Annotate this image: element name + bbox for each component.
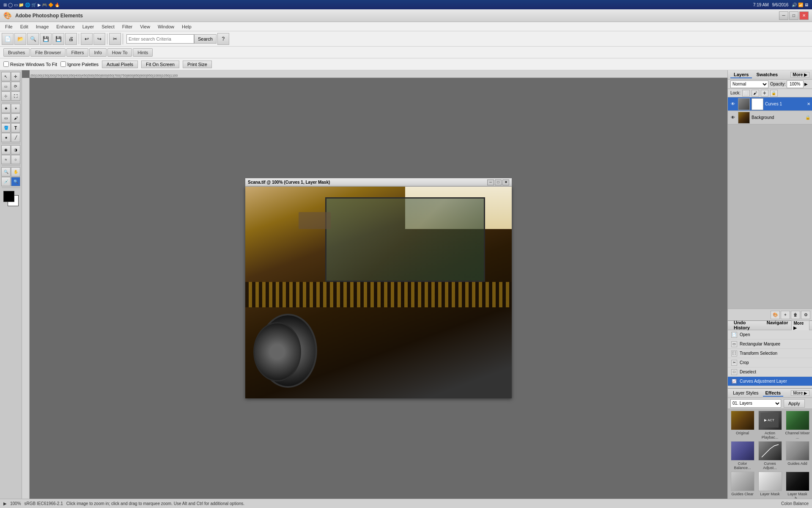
help-button[interactable]: ? [217,33,229,45]
tab-layer-styles[interactable]: Layer Styles [730,390,761,397]
menu-layer[interactable]: Layer [79,23,98,30]
print-size-button[interactable]: Print Size [183,61,212,68]
history-deselect[interactable]: □ Deselect [728,367,812,377]
menu-window[interactable]: Window [154,23,178,30]
tab-undo-history[interactable]: Undo History [730,320,763,331]
effect-guides-add[interactable]: Guides Add [785,441,810,470]
tool-clone[interactable]: ⌖ [11,104,20,113]
tool-zoom[interactable]: 🔍 [1,167,11,177]
tool-line[interactable]: ╱ [11,133,20,142]
tool-brush[interactable]: 🖌 [11,113,20,123]
tool-eraser[interactable]: ▭ [1,113,11,123]
effect-curves-adjust[interactable]: Curves Adjust... [757,441,783,470]
doc-minimize[interactable]: ─ [487,179,494,185]
menu-view[interactable]: View [137,23,154,30]
menu-file[interactable]: File [2,23,16,30]
maximize-button[interactable]: □ [789,11,798,20]
menu-filter[interactable]: Filter [119,23,136,30]
tool-custom-shape[interactable]: ★ [1,133,11,142]
menu-select[interactable]: Select [98,23,118,30]
menu-enhance[interactable]: Enhance [53,23,78,30]
tool-sponge[interactable]: ○ [11,155,20,164]
minimize-button[interactable]: ─ [779,11,788,20]
tool-paint-bucket[interactable]: 🪣 [1,123,11,133]
fit-on-screen-button[interactable]: Fit On Screen [141,61,179,68]
history-open[interactable]: 📄 Open [728,330,812,340]
effect-layer-mask[interactable]: Layer Mask [757,472,783,499]
lock-move[interactable]: ✛ [761,90,768,97]
tab-hints[interactable]: Hints [133,48,153,57]
tab-brushes[interactable]: Brushes [3,48,30,57]
save-button[interactable]: 💾 [40,33,52,45]
cut-button[interactable]: ✂ [109,33,121,45]
tool-lasso[interactable]: ⟳ [11,82,20,91]
lock-paint[interactable]: 🖌 [752,90,759,97]
layer-eye-curves1[interactable]: 👁 [730,101,736,108]
tab-filters[interactable]: Filters [66,48,88,57]
layer-delete-curves1[interactable]: ✕ [807,102,810,106]
effect-layer-mask-b[interactable]: Layer Mask b... [785,472,810,499]
effect-action-playback[interactable]: ▶ ACT Action Playbac... [757,411,783,439]
layers-settings-button[interactable]: ⚙ [801,311,810,319]
undo-button[interactable]: ↩ [81,33,93,45]
menu-edit[interactable]: Edit [17,23,32,30]
tab-info[interactable]: Info [89,48,106,57]
effects-category-select[interactable]: 01. Layers [730,399,781,408]
effect-guides-clear[interactable]: Guides Clear [730,472,755,499]
tool-text[interactable]: T [11,123,20,133]
new-layer-button[interactable]: + [781,311,790,319]
search-input[interactable] [126,34,194,44]
delete-layer-button[interactable]: 🗑 [791,311,800,319]
new-fill-layer-button[interactable]: 🎨 [771,311,780,319]
tab-file-browser[interactable]: File Browser [30,48,66,57]
tool-zoom2[interactable]: 🔍 [11,177,20,186]
layer-item-background[interactable]: 👁 Background 🔒 [728,111,812,124]
tab-swatches[interactable]: Swatches [753,72,781,78]
menu-help[interactable]: Help [178,23,195,30]
history-rect-marquee[interactable]: ▭ Rectangular Marquee [728,340,812,349]
blend-mode-select[interactable]: Normal [730,80,768,88]
layers-more-button[interactable]: More ▶ [790,72,809,77]
new-button[interactable]: 📄 [2,33,14,45]
doc-close[interactable]: ✕ [502,179,509,185]
lock-all[interactable]: 🔒 [770,90,778,97]
doc-maximize[interactable]: □ [495,179,502,185]
layer-item-curves1[interactable]: 👁 ▣ Curves 1 ✕ [728,97,812,111]
effects-apply-button[interactable]: Apply [784,399,805,408]
save-as-button[interactable]: 💾 [52,33,64,45]
tool-dodge[interactable]: ◑ [11,145,20,155]
tool-magic-wand[interactable]: ⊹ [1,91,11,101]
tool-rect-select[interactable]: ▭ [1,82,11,91]
menu-image[interactable]: Image [33,23,52,30]
tool-eyedropper[interactable]: 💉 [1,177,11,186]
tab-layers[interactable]: Layers [730,72,752,78]
lock-transparent[interactable]: ⬜ [742,90,750,97]
effect-color-balance[interactable]: Color Balance... [730,441,755,470]
redo-button[interactable]: ↪ [93,33,105,45]
history-crop[interactable]: ✂ Crop [728,358,812,367]
image-canvas[interactable] [245,187,512,398]
status-arrow-left[interactable]: ▶ [3,501,7,506]
history-transform[interactable]: ⛶ Transform Selection [728,349,812,358]
effects-more-button[interactable]: More ▶ [791,390,809,396]
tool-hand[interactable]: ✋ [11,167,20,177]
tab-effects[interactable]: Effects [763,390,784,397]
tool-select[interactable]: ↖ [1,72,11,81]
effect-original[interactable]: Original [730,411,755,439]
tool-crop[interactable]: ⛶ [11,91,20,101]
close-button[interactable]: ✕ [799,11,809,20]
tool-move[interactable]: ✛ [11,72,20,81]
layer-eye-background[interactable]: 👁 [730,114,736,121]
resize-windows-checkbox[interactable]: Resize Windows To Fit [3,61,57,67]
tool-blur[interactable]: ◉ [1,145,11,155]
effect-channel-mixer[interactable]: Channel Mixer ... [785,411,810,439]
history-more-button[interactable]: More ▶ [791,320,809,331]
opacity-arrow[interactable]: ▶ [804,82,808,86]
print-button[interactable]: 🖨 [65,33,77,45]
actual-pixels-button[interactable]: Actual Pixels [102,61,138,68]
tab-navigator[interactable]: Navigator [763,320,792,331]
ignore-palettes-checkbox[interactable]: Ignore Palettes [60,61,99,67]
tab-how-to[interactable]: How To [107,48,132,57]
tool-smudge[interactable]: ≈ [1,155,11,164]
tool-heal[interactable]: ✚ [1,104,11,113]
